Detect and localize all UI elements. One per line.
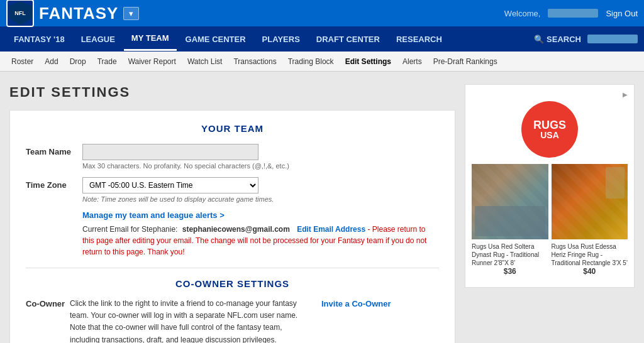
team-name-hint: Max 30 characters. No profanity. No spec… xyxy=(82,162,439,170)
fantasy-dropdown-button[interactable]: ▾ xyxy=(123,7,139,20)
nav-item-fantasy18[interactable]: FANTASY '18 xyxy=(6,28,72,50)
email-label: Current Email for Stephanie: xyxy=(82,225,177,234)
ad-images: Rugs Usa Red Soltera Dynast Rug - Tradit… xyxy=(472,164,628,276)
nav-item-research[interactable]: RESEARCH xyxy=(389,28,450,50)
nav-item-players[interactable]: PLAYERS xyxy=(255,28,308,50)
rugs-text: RUGS xyxy=(533,119,566,131)
nfl-logo[interactable]: NFL xyxy=(6,0,34,27)
ad-container: ▶ RUGS USA Rugs Usa Red Soltera Dynast R… xyxy=(465,84,635,288)
fantasy-title: FANTASY xyxy=(39,4,118,23)
sub-nav-transactions[interactable]: Transactions xyxy=(228,55,281,68)
sign-out-link[interactable]: Sign Out xyxy=(606,9,638,18)
sub-nav-alerts[interactable]: Alerts xyxy=(397,55,427,68)
nav-links: FANTASY '18 LEAGUE MY TEAM GAME CENTER P… xyxy=(6,27,450,51)
sub-nav-add[interactable]: Add xyxy=(40,55,63,68)
ad-logo[interactable]: RUGS USA xyxy=(472,101,628,158)
nav-right: 🔍 SEARCH xyxy=(534,35,638,44)
usa-text: USA xyxy=(540,131,559,139)
sub-nav: Roster Add Drop Trade Waiver Report Watc… xyxy=(0,52,644,72)
top-bar: NFL FANTASY ▾ Welcome, Sign Out xyxy=(0,0,644,26)
team-name-row: Team Name Max 30 characters. No profanit… xyxy=(26,144,439,170)
welcome-text: Welcome, xyxy=(504,9,541,18)
ad-img-2 xyxy=(552,164,628,239)
co-owner-label: Co-Owner xyxy=(26,298,70,343)
your-team-title: YOUR TEAM xyxy=(26,123,439,134)
section-divider xyxy=(26,268,439,268)
sub-nav-roster[interactable]: Roster xyxy=(6,55,38,68)
search-area[interactable]: 🔍 SEARCH xyxy=(534,35,581,44)
nav-item-draftcenter[interactable]: DRAFT CENTER xyxy=(309,28,387,50)
nav-bar: FANTASY '18 LEAGUE MY TEAM GAME CENTER P… xyxy=(0,26,644,52)
co-owner-title: CO-OWNER SETTINGS xyxy=(26,278,439,289)
sidebar-ad: ▶ RUGS USA Rugs Usa Red Soltera Dynast R… xyxy=(465,84,635,343)
nfl-shield-icon: NFL xyxy=(8,1,32,25)
team-name-field: Max 30 characters. No profanity. No spec… xyxy=(82,144,439,170)
top-bar-left: NFL FANTASY ▾ xyxy=(6,0,139,27)
timezone-select[interactable]: GMT -05:00 U.S. Eastern Time xyxy=(82,177,258,193)
timezone-field: GMT -05:00 U.S. Eastern Time Note: Time … xyxy=(82,177,439,203)
nav-avatar xyxy=(587,35,638,43)
email-row: Current Email for Stephanie: stephanieco… xyxy=(82,224,439,258)
main-content: EDIT SETTINGS YOUR TEAM Team Name Max 30… xyxy=(0,72,644,343)
sub-nav-trading-block[interactable]: Trading Block xyxy=(283,55,339,68)
edit-email-link[interactable]: Edit Email Address xyxy=(297,225,365,234)
ad-item-2[interactable]: Rugs Usa Rust Edessa Heriz Fringe Rug - … xyxy=(552,164,628,276)
invite-co-owner-link[interactable]: Invite a Co-Owner xyxy=(321,298,391,308)
page-title: EDIT SETTINGS xyxy=(9,84,455,101)
timezone-label: Time Zone xyxy=(26,177,82,190)
username-display xyxy=(548,9,598,18)
sub-nav-waiver-report[interactable]: Waiver Report xyxy=(123,55,181,68)
ad-img-1-caption: Rugs Usa Red Soltera Dynast Rug - Tradit… xyxy=(472,242,548,267)
top-bar-right: Welcome, Sign Out xyxy=(504,9,638,18)
ad-img-2-price: $40 xyxy=(552,267,628,276)
sub-nav-watch-list[interactable]: Watch List xyxy=(182,55,228,68)
sub-nav-trade[interactable]: Trade xyxy=(92,55,122,68)
rugs-usa-logo: RUGS USA xyxy=(521,101,578,158)
team-name-input[interactable] xyxy=(82,144,258,160)
search-label: SEARCH xyxy=(547,35,581,44)
ad-img-2-caption: Rugs Usa Rust Edessa Heriz Fringe Rug - … xyxy=(552,242,628,267)
team-name-label: Team Name xyxy=(26,144,82,156)
ad-img-1-price: $36 xyxy=(472,267,548,276)
sub-nav-drop[interactable]: Drop xyxy=(65,55,91,68)
nav-item-league[interactable]: LEAGUE xyxy=(74,28,123,50)
timezone-row: Time Zone GMT -05:00 U.S. Eastern Time N… xyxy=(26,177,439,203)
content-left: EDIT SETTINGS YOUR TEAM Team Name Max 30… xyxy=(9,84,455,343)
email-address: stephaniecowens@gmail.com xyxy=(182,225,290,234)
sub-nav-pre-draft[interactable]: Pre-Draft Rankings xyxy=(428,55,502,68)
ad-img-1 xyxy=(472,164,548,239)
co-owner-row: Co-Owner Click the link to the right to … xyxy=(26,298,439,343)
settings-card: YOUR TEAM Team Name Max 30 characters. N… xyxy=(9,110,455,343)
sub-nav-edit-settings[interactable]: Edit Settings xyxy=(340,55,396,68)
ad-item-1[interactable]: Rugs Usa Red Soltera Dynast Rug - Tradit… xyxy=(472,164,548,276)
co-owner-left: Co-Owner Click the link to the right to … xyxy=(26,298,309,343)
co-owner-text: Click the link to the right to invite a … xyxy=(70,298,309,343)
ad-indicator: ▶ xyxy=(472,91,628,98)
search-icon: 🔍 xyxy=(534,35,544,44)
nav-item-myteam[interactable]: MY TEAM xyxy=(124,27,177,51)
timezone-hint: Note: Time zones will be used to display… xyxy=(82,195,439,203)
nav-item-gamecenter[interactable]: GAME CENTER xyxy=(178,28,253,50)
manage-alerts-link[interactable]: Manage my team and league alerts > xyxy=(82,210,225,220)
